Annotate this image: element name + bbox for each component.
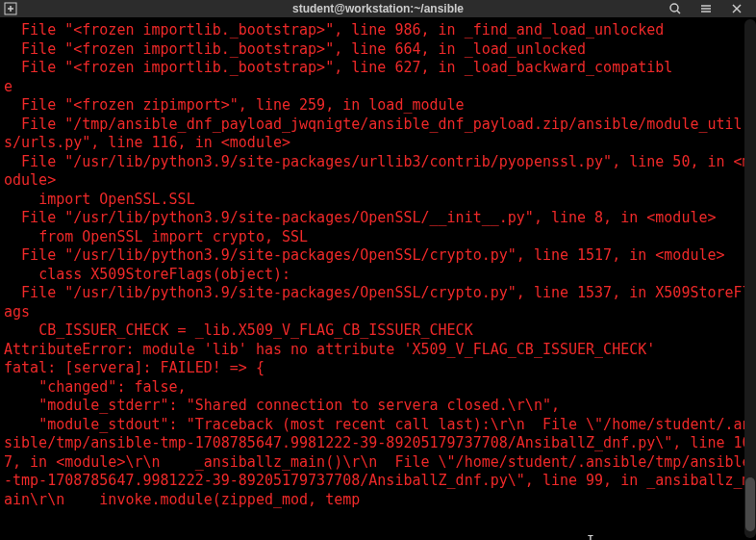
- close-button[interactable]: [721, 0, 752, 17]
- titlebar: student@workstation:~/ansible: [0, 0, 756, 17]
- search-button[interactable]: [660, 0, 691, 17]
- scrollbar-thumb[interactable]: [745, 477, 755, 531]
- scrollbar-track: [744, 19, 756, 538]
- terminal-area[interactable]: File "<frozen importlib._bootstrap>", li…: [0, 17, 756, 540]
- menu-button[interactable]: [691, 0, 721, 17]
- new-tab-button[interactable]: [4, 0, 17, 17]
- terminal-output[interactable]: File "<frozen importlib._bootstrap>", li…: [0, 17, 756, 540]
- text-cursor-icon: I: [587, 531, 594, 540]
- titlebar-controls: [660, 0, 752, 17]
- svg-line-4: [677, 11, 680, 13]
- window-title: student@workstation:~/ansible: [292, 1, 464, 17]
- scrollbar[interactable]: [744, 17, 756, 540]
- svg-point-3: [670, 4, 678, 12]
